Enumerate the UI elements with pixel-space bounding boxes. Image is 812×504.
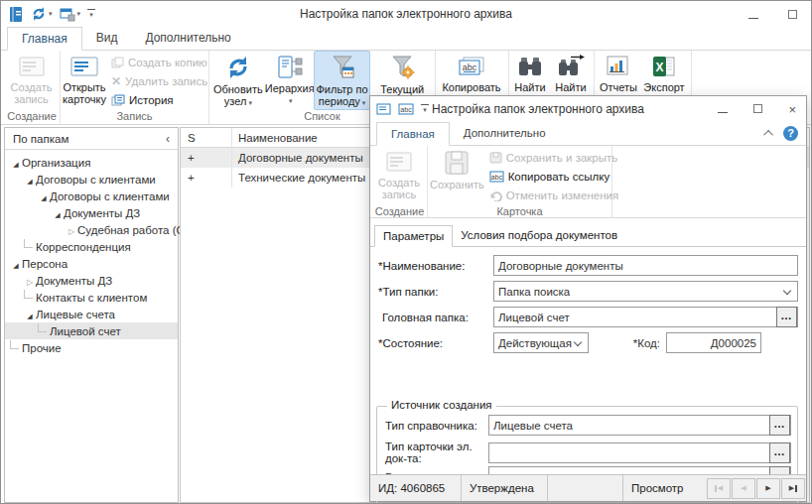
history-button[interactable]: История <box>107 90 211 109</box>
minimize-button[interactable] <box>718 103 728 115</box>
column-header-name[interactable]: Наименование <box>232 132 318 144</box>
tree-item[interactable]: Документы ДЗ <box>5 204 178 221</box>
minimize-button[interactable] <box>748 5 758 23</box>
filter-by-period-button[interactable]: Фильтр по периоду▾ <box>314 51 371 110</box>
tab-glavnaya[interactable]: Главная <box>7 27 82 51</box>
twisty-expanded-icon[interactable] <box>38 189 50 203</box>
tab-vid[interactable]: Вид <box>82 27 132 51</box>
help-icon[interactable]: ? <box>783 126 798 141</box>
name-field-value: Договорные документы <box>498 260 793 272</box>
ribbon-tabrow: Главная Вид Дополнительно <box>1 27 811 51</box>
save-button[interactable]: Сохранить <box>429 146 485 205</box>
tab-usloviya[interactable]: Условия подбора документов <box>453 225 625 247</box>
tree-item[interactable]: Договоры с клиентами <box>5 188 178 204</box>
tree-item-label: Организация <box>22 157 90 169</box>
tree-item[interactable]: Договоры с клиентами <box>5 171 178 188</box>
row-expand-cell[interactable]: + <box>181 148 232 168</box>
delete-record-label: Удалить запись <box>125 75 207 87</box>
collapse-ribbon-icon[interactable] <box>763 130 773 140</box>
card-type-field[interactable]: … <box>488 442 791 463</box>
tree-item[interactable]: Прочие <box>5 339 178 356</box>
create-copy-button[interactable]: Создать копию <box>107 53 211 71</box>
customize-toolbar-icon[interactable]: ▾ <box>421 104 429 114</box>
svg-text:abc: abc <box>400 106 412 113</box>
tree-item[interactable]: Лицевые счета <box>5 306 178 322</box>
dialog-titlebar: abc ▾ Настройка папок электронного архив… <box>370 96 806 122</box>
hierarchy-button[interactable]: Иерархия▾ <box>266 51 314 110</box>
dialog-tab-dopolnitelno[interactable]: Дополнительно <box>450 122 560 146</box>
collapse-panel-icon[interactable]: ‹ <box>166 132 170 146</box>
dialog-group-sozdanie: Создать запись Создание <box>372 146 428 218</box>
refresh-node-label: Обновить узел <box>213 83 263 107</box>
folder-type-value: Папка поиска <box>498 286 784 298</box>
nav-prev-button[interactable]: ◀ <box>732 478 755 499</box>
tree-item-label: Договоры с клиентами <box>36 174 156 186</box>
nav-first-button[interactable]: ◀ <box>707 478 731 499</box>
twisty-collapsed-icon[interactable] <box>24 274 36 288</box>
copy-icon <box>111 57 124 68</box>
tab-parametry[interactable]: Параметры <box>374 225 453 247</box>
maximize-button[interactable] <box>753 103 762 115</box>
twisty-expanded-icon[interactable] <box>52 206 64 220</box>
create-record-button[interactable]: Создать запись <box>5 51 58 110</box>
row-expand-cell[interactable]: + <box>181 168 232 188</box>
lookup-button[interactable]: … <box>776 307 797 327</box>
tree-item-selected[interactable]: Лицевой счет <box>5 322 178 339</box>
status-mode: Просмотр <box>623 475 707 501</box>
nav-last-button[interactable]: ▶ <box>781 478 805 499</box>
lookup-button[interactable]: … <box>769 442 790 463</box>
tree-item-label: Договоры с клиентами <box>50 190 170 202</box>
dialog-ribbon: Создать запись Создание Сохранить Сохран… <box>370 146 806 218</box>
status-state: Утверждена <box>462 475 548 501</box>
tree-item-label: Лицевой счет <box>50 325 121 337</box>
find-next-label: Найти <box>555 81 586 93</box>
copy-label: Копировать <box>442 81 500 93</box>
twisty-expanded-icon[interactable] <box>24 308 36 321</box>
undo-icon <box>489 189 502 201</box>
undo-changes-button[interactable]: Отменить изменения <box>485 186 623 204</box>
name-field[interactable]: Договорные документы <box>493 255 798 276</box>
floppy-icon <box>489 152 502 164</box>
tree-item[interactable]: Контакты с клиентом <box>5 289 178 306</box>
twisty-collapsed-icon[interactable] <box>66 223 77 237</box>
nav-next-button[interactable]: ▶ <box>756 478 780 499</box>
code-field[interactable]: Д000025 <box>666 332 761 353</box>
filter-by-period-label: Фильтр по периоду <box>316 83 367 107</box>
tree-item[interactable]: Организация <box>5 154 178 171</box>
card-small-icon[interactable] <box>376 103 391 115</box>
column-header-s[interactable]: S <box>181 128 232 147</box>
tab-dopolnitelno[interactable]: Дополнительно <box>131 27 244 51</box>
abc-small-icon[interactable]: abc <box>398 103 414 115</box>
dialog-group-label-kartochka: Карточка <box>429 205 610 218</box>
delete-record-button[interactable]: ✕ Удалить запись <box>107 71 211 90</box>
lookup-button[interactable]: … <box>769 415 790 436</box>
folder-type-select[interactable]: Папка поиска <box>493 281 798 302</box>
tree-item[interactable]: Судебная работа (ОРГ) <box>5 221 178 238</box>
card-dialog: abc ▾ Настройка папок электронного архив… <box>369 95 807 502</box>
form-tabs: Параметры Условия подбора документов <box>370 225 806 247</box>
state-value: Действующая <box>498 337 575 349</box>
parent-folder-field[interactable]: Лицевой счет… <box>493 307 798 327</box>
card-icon <box>385 150 413 174</box>
tree-item[interactable]: Персона <box>5 255 178 272</box>
tree-item[interactable]: Корреспонденция <box>5 238 178 255</box>
dialog-create-record-button[interactable]: Создать запись <box>373 146 425 205</box>
save-close-button[interactable]: Сохранить и закрыть <box>485 148 623 167</box>
group-zapis: Открыть карточку Создать копию ✕ Удалить… <box>61 51 209 124</box>
twisty-expanded-icon[interactable] <box>10 156 22 170</box>
open-card-button[interactable]: Открыть карточку <box>62 51 107 110</box>
close-icon[interactable]: × <box>788 103 796 116</box>
app-window: ▾ ▾ ▾ Настройка папок электронного архив… <box>0 0 812 504</box>
state-select[interactable]: Действующая <box>493 332 589 353</box>
dialog-tab-glavnaya[interactable]: Главная <box>376 122 450 146</box>
copy-link-button[interactable]: abc Копировать ссылку <box>485 167 623 186</box>
dialog-statusbar: ИД: 4060865 Утверждена Просмотр ◀ ◀ ▶ ▶ <box>370 474 806 501</box>
maximize-button[interactable] <box>788 5 797 23</box>
dialog-tabrow: Главная Дополнительно ? <box>370 122 806 146</box>
twisty-expanded-icon[interactable] <box>10 257 22 271</box>
ref-type-field[interactable]: Лицевые счета… <box>488 415 791 436</box>
twisty-expanded-icon[interactable] <box>24 173 36 187</box>
tree-item[interactable]: Документы ДЗ <box>5 272 178 289</box>
card-icon <box>69 55 99 78</box>
refresh-node-button[interactable]: Обновить узел▾ <box>210 51 266 110</box>
